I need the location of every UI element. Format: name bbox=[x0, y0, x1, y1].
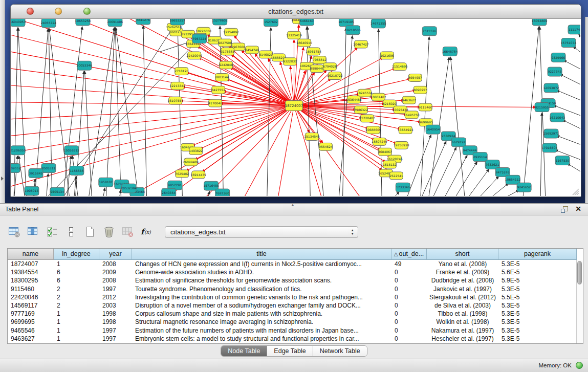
cell-out-de-[interactable]: 0 bbox=[391, 286, 427, 293]
cell-name[interactable]: 9115460 bbox=[8, 286, 54, 293]
cell-year[interactable]: 2008 bbox=[99, 260, 132, 268]
close-panel-icon[interactable]: ✕ bbox=[575, 205, 581, 213]
scrollbar-thumb[interactable] bbox=[577, 261, 582, 285]
cell-title[interactable]: Embryonic stem cells: a model to study s… bbox=[132, 335, 391, 342]
function-builder-icon[interactable]: f(x) bbox=[140, 225, 154, 239]
graph-node[interactable]: 7986322 bbox=[354, 106, 368, 114]
graph-node[interactable]: 1156838 bbox=[70, 166, 84, 176]
column-visibility-icon[interactable] bbox=[26, 225, 40, 239]
graph-node[interactable]: 3175685 bbox=[221, 48, 234, 55]
network-window-titlebar[interactable]: citations_edges.txt bbox=[11, 5, 581, 19]
cell-pagerank[interactable]: 5.3E-5 bbox=[498, 327, 576, 334]
graph-node[interactable]: 10653258 bbox=[75, 19, 91, 26]
graph-node[interactable]: 14671355 bbox=[371, 19, 386, 28]
cell-pagerank[interactable]: 5.6E-5 bbox=[498, 269, 576, 276]
graph-node[interactable]: 4170046 bbox=[208, 99, 222, 107]
graph-node[interactable]: 13325419 bbox=[286, 31, 302, 39]
graph-node[interactable]: 19218506 bbox=[345, 26, 361, 35]
cell-title[interactable]: Structural magnetic resonance image aver… bbox=[132, 318, 391, 325]
graph-node[interactable]: 12213344 bbox=[169, 82, 185, 90]
right-panel-collapse-strip[interactable] bbox=[585, 17, 588, 203]
cell-year[interactable]: 2012 bbox=[99, 294, 132, 301]
cell-pagerank[interactable]: 5.3E-5 bbox=[498, 335, 576, 342]
cell-pagerank[interactable]: 5.3E-5 bbox=[498, 286, 576, 293]
cell-title[interactable]: Estimation of the future numbers of pati… bbox=[132, 327, 391, 334]
graph-node[interactable]: 16653257 bbox=[169, 19, 185, 25]
graph-node[interactable]: 13654923 bbox=[398, 126, 413, 134]
cell-pagerank[interactable]: 5.3E-5 bbox=[498, 260, 576, 268]
graph-node[interactable]: 8954957 bbox=[408, 74, 422, 82]
graph-node[interactable]: 16648784 bbox=[442, 47, 458, 56]
graph-node[interactable]: 16040953 bbox=[11, 19, 26, 27]
column-header-in-degree[interactable]: in_degree bbox=[54, 249, 99, 260]
cell-in-degree[interactable]: 1 bbox=[54, 318, 99, 325]
tab-network-table[interactable]: Network Table bbox=[313, 346, 367, 356]
graph-node[interactable]: 10688609 bbox=[365, 126, 381, 134]
graph-node[interactable]: 3915845 bbox=[29, 168, 43, 178]
cell-title[interactable]: Corpus callosum shape and size in male p… bbox=[132, 310, 391, 317]
cell-title[interactable]: Tourette syndrome. Phenomenology and cla… bbox=[132, 286, 391, 293]
cell-out-de-[interactable]: 0 bbox=[391, 318, 427, 325]
graph-node[interactable]: 16914479 bbox=[190, 171, 206, 179]
graph-node[interactable]: 1167530 bbox=[555, 156, 570, 165]
graph-node[interactable]: 9554624 bbox=[319, 143, 333, 150]
cell-out-de-[interactable]: 0 bbox=[391, 335, 427, 342]
cell-name[interactable]: 19384554 bbox=[8, 269, 54, 276]
cell-out-de-[interactable]: 0 bbox=[391, 310, 427, 317]
graph-node[interactable]: 9505134 bbox=[50, 187, 64, 196]
graph-node[interactable]: 16053809 bbox=[532, 19, 548, 26]
graph-node[interactable]: 16210643 bbox=[550, 113, 565, 122]
delete-table-icon[interactable] bbox=[121, 225, 135, 239]
graph-node[interactable]: 20053346 bbox=[77, 61, 93, 70]
rows-icon[interactable] bbox=[64, 225, 78, 239]
graph-node[interactable]: 3684067 bbox=[378, 148, 392, 156]
graph-node[interactable]: 16961758 bbox=[306, 48, 321, 55]
cell-short[interactable]: de Silva et al. (2003) bbox=[427, 302, 498, 309]
column-header-year[interactable]: year bbox=[99, 249, 132, 260]
graph-node[interactable]: 6466160 bbox=[299, 19, 314, 26]
graph-node[interactable]: 1733346 bbox=[396, 183, 410, 192]
expand-left-panel-icon[interactable] bbox=[1, 177, 4, 181]
network-canvas[interactable]: 1872400786012348912954182260589827509165… bbox=[11, 19, 580, 196]
citation-network-graph[interactable]: 1872400786012348912954182260589827509165… bbox=[11, 19, 580, 196]
table-row[interactable]: 977716911998Corpus callosum shape and si… bbox=[8, 310, 576, 318]
vertical-scrollbar[interactable] bbox=[576, 260, 583, 343]
float-panel-icon[interactable] bbox=[560, 206, 569, 213]
graph-node[interactable]: 20532384 bbox=[121, 184, 137, 193]
column-header-out-de-[interactable]: △out_de... bbox=[391, 249, 427, 260]
graph-node[interactable]: 15692971 bbox=[543, 129, 559, 138]
cell-out-de-[interactable]: 49 bbox=[391, 260, 427, 268]
graph-node[interactable]: 22420046 bbox=[186, 52, 202, 59]
resize-grip-icon[interactable] bbox=[573, 189, 579, 195]
graph-node[interactable]: 1615132 bbox=[383, 161, 397, 168]
graph-node[interactable]: 1111748 bbox=[568, 25, 580, 34]
table-row[interactable]: 911546021997Tourette syndrome. Phenomeno… bbox=[8, 285, 576, 293]
cell-year[interactable]: 1998 bbox=[99, 318, 132, 325]
cell-year[interactable]: 1998 bbox=[99, 310, 132, 317]
graph-node[interactable]: 1640954 bbox=[426, 125, 440, 134]
cell-out-de-[interactable]: 0 bbox=[391, 302, 427, 309]
graph-node[interactable]: 2935114 bbox=[473, 152, 487, 162]
cell-pagerank[interactable]: 5.3E-5 bbox=[498, 310, 576, 317]
table-selector-dropdown[interactable]: citations_edges.txt▲▼ bbox=[165, 226, 358, 238]
graph-node[interactable]: 12254892 bbox=[223, 28, 239, 36]
graph-node[interactable]: 2522541 bbox=[389, 172, 403, 180]
graph-node[interactable]: 21206050 bbox=[11, 146, 26, 155]
graph-node[interactable]: 15134545 bbox=[304, 133, 320, 141]
cell-in-degree[interactable]: 6 bbox=[54, 277, 99, 284]
cell-title[interactable]: Disruption of a novel member of a sodium… bbox=[132, 302, 391, 309]
graph-node[interactable]: 8454749 bbox=[245, 46, 259, 54]
graph-node[interactable]: 6794028 bbox=[323, 63, 337, 71]
graph-node[interactable]: 12093872 bbox=[543, 83, 559, 93]
column-header-short[interactable]: short bbox=[427, 249, 498, 260]
cell-short[interactable]: Tibbo et al. (1998) bbox=[427, 310, 498, 317]
cell-short[interactable]: Yano et al. (2008) bbox=[427, 260, 498, 268]
graph-node[interactable]: 8096957 bbox=[413, 86, 427, 94]
table-row[interactable]: 1872400712008Changes of HCN gene express… bbox=[8, 260, 576, 268]
graph-node[interactable]: 16495750 bbox=[404, 111, 420, 119]
cell-title[interactable]: Investigating the contribution of common… bbox=[132, 294, 391, 301]
cell-in-degree[interactable]: 1 bbox=[54, 260, 99, 268]
graph-node[interactable]: 24055724 bbox=[41, 19, 57, 28]
graph-node[interactable]: 7515526 bbox=[422, 27, 437, 36]
graph-node[interactable]: 15720407 bbox=[359, 115, 375, 122]
